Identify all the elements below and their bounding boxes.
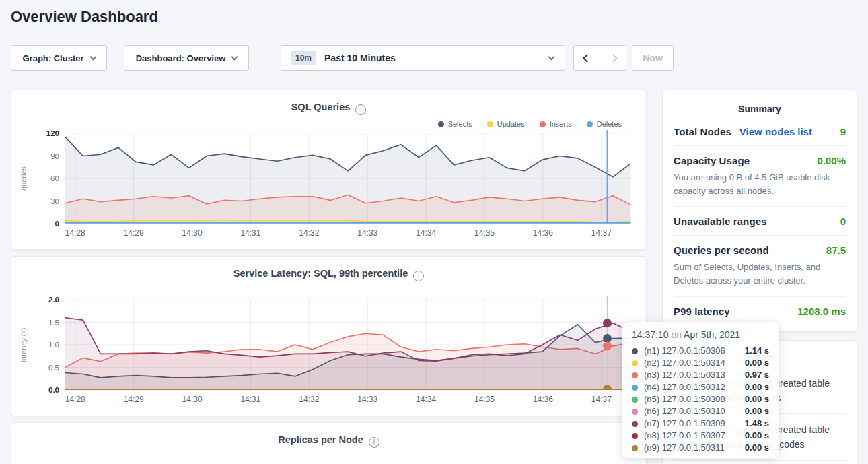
tooltip-node-row: (n8) 127.0.0.1:503070.00 s [632, 430, 769, 442]
svg-text:0.5: 0.5 [48, 364, 59, 372]
summary-row-p99-latency: P99 latency 1208.0 ms [674, 297, 846, 325]
qps-value: 87.5 [826, 244, 846, 256]
svg-text:14:35: 14:35 [474, 228, 495, 238]
tooltip-node-label: (n4) 127.0.0.1:50312 [644, 381, 725, 393]
sql-queries-title: SQL Queriesi [11, 102, 646, 115]
tooltip-node-row: (n4) 127.0.0.1:503120.00 s [632, 381, 769, 393]
capacity-usage-desc: You are using 0 B of 4.5 GiB usable disk… [674, 171, 846, 198]
controls-divider [266, 42, 266, 73]
svg-text:90: 90 [50, 152, 59, 160]
chevron-left-icon [583, 54, 591, 63]
svg-text:14:31: 14:31 [240, 395, 260, 404]
info-icon[interactable]: i [413, 271, 424, 281]
qps-label: Queries per second [674, 244, 769, 256]
svg-text:1.5: 1.5 [48, 319, 59, 327]
total-nodes-label: Total Nodes [674, 126, 731, 137]
chevron-down-icon [548, 53, 555, 60]
legend-dot-icon [540, 121, 546, 127]
graph-dropdown[interactable]: Graph: Cluster [11, 45, 107, 71]
legend-item-deletes[interactable]: Deletes [587, 120, 622, 128]
svg-text:30: 30 [50, 197, 59, 205]
time-next-button[interactable] [600, 45, 626, 71]
tooltip-time: 14:37:10 [632, 329, 669, 340]
summary-row-qps: Queries per second 87.5 Sum of Selects, … [674, 236, 846, 296]
svg-text:14:36: 14:36 [533, 228, 553, 238]
info-icon[interactable]: i [369, 437, 379, 448]
svg-text:14:28: 14:28 [65, 395, 85, 404]
tooltip-node-label: (n5) 127.0.0.1:50308 [644, 393, 725, 405]
view-nodes-list-link[interactable]: View nodes list [739, 126, 812, 137]
tooltip-node-row: (n5) 127.0.0.1:503080.00 s [632, 393, 769, 405]
svg-text:14:33: 14:33 [357, 395, 377, 404]
time-range-dropdown[interactable]: 10m Past 10 Minutes [281, 45, 565, 71]
node-color-dot-icon [632, 409, 638, 415]
tooltip-node-rows: (n1) 127.0.0.1:503061.14 s(n2) 127.0.0.1… [632, 345, 769, 454]
service-latency-title-text: Service Latency: SQL, 99th percentile [233, 268, 408, 279]
tooltip-node-label: (n9) 127.0.0.1:50311 [644, 442, 725, 454]
now-button[interactable]: Now [632, 45, 674, 71]
tooltip-node-value: 0.00 s [738, 405, 769, 418]
tooltip-node-value: 0.00 s [738, 442, 769, 454]
svg-text:2.0: 2.0 [48, 296, 59, 304]
svg-text:14:30: 14:30 [182, 228, 203, 238]
legend-item-inserts[interactable]: Inserts [540, 120, 572, 128]
qps-desc: Sum of Selects, Updates, Inserts, and De… [674, 261, 846, 288]
tooltip-node-value: 0.00 s [738, 381, 769, 393]
svg-text:14:29: 14:29 [124, 228, 144, 238]
summary-row-capacity-usage: Capacity Usage 0.00% You are using 0 B o… [674, 146, 846, 207]
now-button-label: Now [643, 53, 663, 63]
svg-text:14:35: 14:35 [474, 395, 495, 404]
node-color-dot-icon [632, 360, 638, 366]
node-color-dot-icon [632, 397, 638, 403]
unavailable-ranges-label: Unavailable ranges [674, 216, 767, 227]
tooltip-on-word: on [671, 329, 682, 340]
chevron-down-icon [89, 53, 96, 60]
dashboard-dropdown-label: Dashboard: Overview [136, 53, 226, 63]
service-latency-title: Service Latency: SQL, 99th percentilei [11, 268, 646, 281]
chevron-down-icon [231, 53, 238, 60]
replicas-per-node-title: Replicas per Nodei [11, 434, 646, 448]
tooltip-timestamp: 14:37:10 on Apr 5th, 2021 [632, 329, 769, 340]
node-color-dot-icon [632, 372, 638, 378]
svg-text:14:28: 14:28 [65, 228, 85, 238]
capacity-usage-value: 0.00% [817, 155, 846, 166]
tooltip-node-row: (n1) 127.0.0.1:503061.14 s [632, 345, 769, 357]
chevron-right-icon [609, 54, 618, 63]
info-icon[interactable]: i [355, 104, 366, 115]
tooltip-node-value: 0.00 s [738, 393, 769, 405]
service-latency-card: Service Latency: SQL, 99th percentilei 0… [11, 256, 647, 416]
sql-queries-chart[interactable]: 030609012014:2814:2914:3014:3114:3214:33… [15, 128, 643, 244]
legend-item-selects[interactable]: Selects [438, 120, 472, 128]
tooltip-node-label: (n7) 127.0.0.1:50309 [644, 418, 725, 430]
tooltip-node-label: (n8) 127.0.0.1:50307 [644, 430, 725, 442]
svg-text:0: 0 [55, 220, 59, 228]
time-prev-button[interactable] [573, 45, 600, 71]
node-color-dot-icon [632, 445, 638, 451]
svg-text:latency (s): latency (s) [20, 328, 28, 362]
sql-queries-legend: SelectsUpdatesInsertsDeletes [438, 120, 622, 128]
tooltip-date: Apr 5th, 2021 [684, 329, 740, 340]
graph-dropdown-label: Graph: Cluster [22, 53, 83, 63]
tooltip-node-value: 1.48 s [738, 418, 769, 430]
tooltip-node-row: (n2) 127.0.0.1:503140.00 s [632, 357, 769, 369]
time-range-badge: 10m [291, 51, 316, 65]
svg-text:1.0: 1.0 [48, 341, 59, 349]
sql-queries-title-text: SQL Queries [291, 102, 351, 112]
svg-text:14:36: 14:36 [533, 395, 553, 404]
svg-text:14:37: 14:37 [591, 228, 612, 238]
dashboard-dropdown[interactable]: Dashboard: Overview [124, 45, 249, 71]
replicas-per-node-title-text: Replicas per Node [278, 434, 363, 445]
sql-queries-card: SQL Queriesi SelectsUpdatesInsertsDelete… [11, 90, 647, 250]
node-color-dot-icon [632, 433, 638, 439]
legend-item-updates[interactable]: Updates [487, 120, 525, 128]
svg-text:60: 60 [50, 174, 59, 183]
tooltip-node-label: (n6) 127.0.0.1:50310 [644, 405, 725, 418]
unavailable-ranges-value: 0 [840, 216, 846, 227]
tooltip-node-label: (n1) 127.0.0.1:50306 [644, 345, 725, 357]
time-range-label: Past 10 Minutes [324, 53, 396, 63]
svg-text:14:30: 14:30 [182, 395, 203, 404]
page-title: Overview Dashboard [11, 8, 158, 26]
svg-text:14:34: 14:34 [416, 395, 436, 404]
service-latency-chart[interactable]: 0.00.51.01.52.014:2814:2914:3014:3114:32… [15, 294, 643, 410]
svg-text:14:32: 14:32 [299, 228, 319, 238]
